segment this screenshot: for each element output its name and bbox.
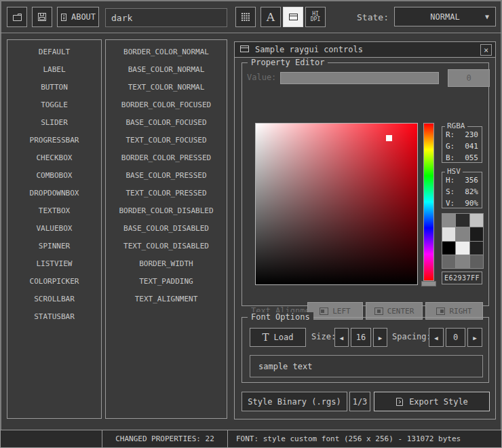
- palette-swatch[interactable]: [442, 214, 455, 227]
- list-item-text-padding[interactable]: TEXT_PADDING: [106, 273, 227, 291]
- controls-window-button[interactable]: [283, 7, 303, 27]
- font-atlas-button[interactable]: A: [260, 7, 281, 27]
- align-center-icon: [374, 307, 383, 315]
- list-item-text-color-pressed[interactable]: TEXT_COLOR_PRESSED: [106, 185, 227, 202]
- font-spacing-label: Spacing:: [392, 332, 431, 341]
- format-page-button[interactable]: 1/3: [349, 392, 370, 411]
- list-item-border-color-normal[interactable]: BORDER_COLOR_NORMAL: [106, 43, 227, 61]
- list-item-spinner[interactable]: SPINNER: [7, 238, 101, 255]
- list-item-text-alignment[interactable]: TEXT_ALIGNMENT: [106, 291, 227, 308]
- palette-swatch[interactable]: [456, 242, 469, 255]
- info-icon: [60, 13, 67, 22]
- properties-list-panel: BORDER_COLOR_NORMAL BASE_COLOR_NORMAL TE…: [105, 39, 227, 419]
- about-button[interactable]: ABOUT: [57, 7, 99, 27]
- export-style-button[interactable]: Export Style: [374, 392, 490, 411]
- align-right-label: RIGHT: [449, 307, 471, 316]
- list-item-statusbar[interactable]: STATUSBAR: [7, 308, 101, 326]
- font-spacing-increase-button[interactable]: ▶: [467, 328, 482, 347]
- style-name-input[interactable]: [105, 8, 227, 27]
- font-size-increase-button[interactable]: ▶: [373, 328, 387, 347]
- list-item-text-color-disabled[interactable]: TEXT_COLOR_DISABLED: [106, 238, 227, 255]
- sample-controls-window: Sample raygui controls × Property Editor…: [234, 41, 496, 419]
- left-arrow-icon: ◀: [434, 335, 438, 341]
- list-item-listview[interactable]: LISTVIEW: [7, 255, 101, 273]
- export-format-dropdown[interactable]: Style Binary (.rgs): [242, 392, 347, 411]
- font-load-button[interactable]: T Load: [250, 328, 306, 347]
- palette-swatch[interactable]: [456, 255, 469, 268]
- window-titlebar[interactable]: Sample raygui controls: [235, 42, 495, 58]
- font-spacing-value-box[interactable]: 0: [446, 328, 465, 347]
- left-arrow-icon: ◀: [340, 335, 343, 341]
- list-item-label[interactable]: LABEL: [7, 61, 101, 79]
- list-item-base-color-focused[interactable]: BASE_COLOR_FOCUSED: [106, 114, 227, 132]
- list-item-textbox[interactable]: TEXTBOX: [7, 202, 101, 220]
- value-slider[interactable]: [280, 72, 439, 84]
- list-item-text-color-focused[interactable]: TEXT_COLOR_FOCUSED: [106, 132, 227, 149]
- export-style-label: Export Style: [409, 397, 468, 407]
- list-item-scrollbar[interactable]: SCROLLBAR: [7, 291, 101, 308]
- state-dropdown[interactable]: NORMAL ▼: [394, 7, 496, 26]
- color-picker-square[interactable]: [255, 123, 418, 285]
- hue-slider-handle[interactable]: [421, 281, 436, 286]
- list-item-base-color-pressed[interactable]: BASE_COLOR_PRESSED: [106, 167, 227, 185]
- list-item-button[interactable]: BUTTON: [7, 79, 101, 96]
- hsv-group: HSV H:356 S:82% V:90%: [442, 172, 482, 208]
- rgba-red-row: R:230: [442, 129, 482, 141]
- hue-bar[interactable]: [423, 123, 434, 281]
- color-picker-cursor[interactable]: [386, 135, 392, 141]
- list-item-slider[interactable]: SLIDER: [7, 114, 101, 132]
- close-button[interactable]: ×: [480, 44, 492, 56]
- font-spacing-value: 0: [453, 333, 458, 342]
- palette-swatch[interactable]: [456, 214, 469, 227]
- palette-swatch[interactable]: [470, 242, 483, 255]
- list-item-text-color-normal[interactable]: TEXT_COLOR_NORMAL: [106, 79, 227, 96]
- list-item-valuebox[interactable]: VALUEBOX: [7, 220, 101, 238]
- controls-list-panel: DEFAULT LABEL BUTTON TOGGLE SLIDER PROGR…: [7, 39, 102, 419]
- palette-swatch[interactable]: [442, 242, 455, 255]
- list-item-colorpicker[interactable]: COLORPICKER: [7, 273, 101, 291]
- hidpi-button[interactable]: HI DPI: [305, 7, 326, 27]
- style-table-button[interactable]: [235, 7, 256, 27]
- value-box[interactable]: 0: [448, 69, 490, 87]
- list-item-border-color-disabled[interactable]: BORDER_COLOR_DISABLED: [106, 202, 227, 220]
- align-right-icon: [436, 307, 445, 315]
- palette-swatch[interactable]: [470, 214, 483, 227]
- window-icon: [288, 13, 298, 21]
- font-size-value-box[interactable]: 16: [351, 328, 371, 347]
- window-title: Sample raygui controls: [255, 45, 363, 54]
- property-editor-group-label: Property Editor: [248, 58, 328, 67]
- sample-text-input[interactable]: sample text: [250, 355, 483, 377]
- list-item-border-color-pressed[interactable]: BORDER_COLOR_PRESSED: [106, 149, 227, 167]
- list-item-base-color-disabled[interactable]: BASE_COLOR_DISABLED: [106, 220, 227, 238]
- list-item-dropdownbox[interactable]: DROPDOWNBOX: [7, 185, 101, 202]
- list-item-base-color-normal[interactable]: BASE_COLOR_NORMAL: [106, 61, 227, 79]
- font-a-icon: A: [267, 10, 275, 24]
- format-page-label: 1/3: [353, 397, 368, 407]
- palette-swatch[interactable]: [456, 227, 469, 240]
- rgba-green-row: G:041: [442, 141, 482, 152]
- list-item-toggle[interactable]: TOGGLE: [7, 96, 101, 114]
- grid-icon: [242, 13, 250, 21]
- hsv-group-label: HSV: [445, 167, 463, 176]
- list-item-checkbox[interactable]: CHECKBOX: [7, 149, 101, 167]
- color-palette: [442, 213, 484, 269]
- open-file-button[interactable]: [7, 7, 27, 27]
- value-box-text: 0: [466, 73, 471, 83]
- palette-swatch[interactable]: [442, 227, 455, 240]
- align-left-label: LEFT: [332, 307, 351, 316]
- palette-swatch[interactable]: [442, 255, 455, 268]
- palette-swatch[interactable]: [470, 227, 483, 240]
- save-file-button[interactable]: [32, 7, 52, 27]
- state-dropdown-value: NORMAL: [430, 12, 459, 22]
- font-size-decrease-button[interactable]: ◀: [334, 328, 349, 347]
- font-options-group-label: Font Options: [248, 312, 313, 322]
- font-spacing-decrease-button[interactable]: ◀: [429, 328, 444, 347]
- list-item-default[interactable]: DEFAULT: [7, 43, 101, 61]
- list-item-border-width[interactable]: BORDER_WIDTH: [106, 255, 227, 273]
- list-item-progressbar[interactable]: PROGRESSBAR: [7, 132, 101, 149]
- list-item-combobox[interactable]: COMBOBOX: [7, 167, 101, 185]
- hex-color-input[interactable]: E62937FF: [442, 272, 482, 284]
- list-item-border-color-focused[interactable]: BORDER_COLOR_FOCUSED: [106, 96, 227, 114]
- statusbar-font-info: FONT: style custom font (256 x 256) - 13…: [227, 430, 502, 448]
- palette-swatch[interactable]: [470, 255, 483, 268]
